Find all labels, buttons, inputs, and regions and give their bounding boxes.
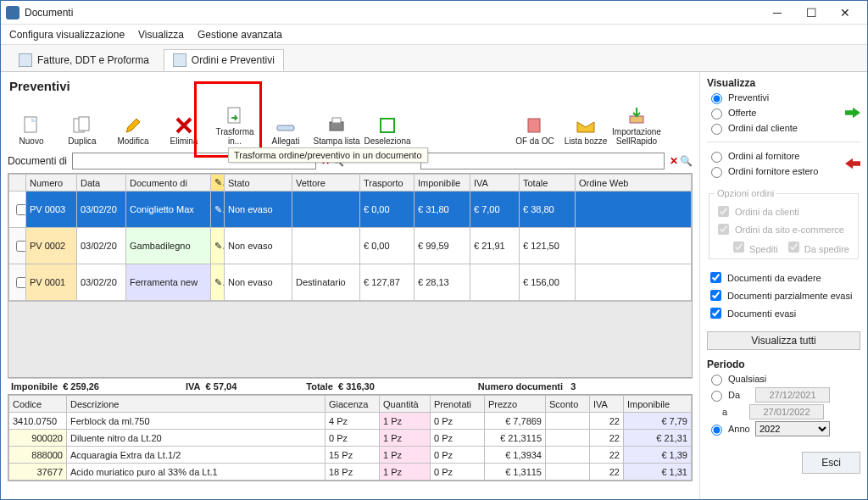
menu-visualizza[interactable]: Visualizza	[138, 29, 184, 41]
col-web[interactable]: Ordine Web	[576, 175, 692, 192]
chk-parz-evasi[interactable]	[710, 290, 721, 301]
table-row[interactable]: 900020 Diluente nitro da Lt.20 0 Pz 1 Pz…	[9, 430, 692, 447]
col-vettore[interactable]: Vettore	[292, 175, 360, 192]
col-iva[interactable]: IVA	[470, 175, 520, 192]
esci-button[interactable]: Esci	[802, 452, 860, 474]
col[interactable]: Quantità	[380, 396, 431, 413]
edit-icon[interactable]: ✎	[211, 264, 225, 301]
radio-offerte[interactable]	[711, 108, 722, 119]
row-checkbox[interactable]	[16, 277, 26, 288]
col[interactable]: Prezzo	[485, 396, 546, 413]
cell	[546, 464, 590, 481]
edit-icon[interactable]: ✎	[211, 228, 225, 264]
col-imponibile[interactable]: Imponibile	[415, 175, 470, 192]
search-label: Documenti di	[8, 155, 67, 167]
cell: 37677	[9, 464, 67, 481]
nuovo-button[interactable]: Nuovo	[8, 97, 55, 147]
deseleziona-button[interactable]: Deseleziona	[364, 97, 411, 147]
table-row[interactable]: 888000 Acquaragia Extra da Lt.1/2 15 Pz …	[9, 447, 692, 464]
printer-icon	[325, 115, 348, 136]
importazione-button[interactable]: Importazione SellRapido	[613, 97, 660, 147]
menu-gestione[interactable]: Gestione avanzata	[198, 29, 282, 41]
svg-rect-4	[277, 125, 294, 131]
maximize-button[interactable]: ☐	[794, 3, 828, 23]
radio-ordini-fornitore-estero[interactable]	[711, 167, 722, 178]
col-cliente[interactable]: Documento di	[126, 175, 211, 192]
table-row[interactable]: PV 0002 03/02/20 Gambadilegno ✎ Non evas…	[9, 228, 692, 264]
col-totale[interactable]: Totale	[520, 175, 576, 192]
cell: € 1,3115	[485, 464, 546, 481]
col[interactable]: Descrizione	[67, 396, 326, 413]
row-checkbox[interactable]	[16, 241, 26, 252]
row-checkbox[interactable]	[16, 204, 26, 215]
modifica-button[interactable]: Modifica	[109, 97, 157, 147]
new-document-icon	[19, 115, 43, 136]
chk-da-evadere[interactable]	[710, 272, 721, 283]
cell: 03/02/20	[77, 192, 126, 228]
table-row[interactable]: 37677 Acido muriatico puro al 33% da Lt.…	[9, 464, 692, 481]
col[interactable]: Prenotati	[431, 396, 485, 413]
radio-preventivi[interactable]	[711, 93, 722, 104]
minimize-button[interactable]: ─	[760, 3, 794, 23]
col[interactable]: Codice	[9, 396, 67, 413]
ofdaoc-button[interactable]: OF da OC	[511, 97, 559, 147]
col[interactable]: Imponibile	[624, 396, 692, 413]
radio-anno[interactable]	[711, 425, 722, 436]
cell: € 127,87	[360, 264, 415, 301]
cell: 18 Pz	[326, 464, 380, 481]
radio-ordini-cliente[interactable]	[711, 124, 722, 135]
tool-label: Lista bozze	[565, 137, 608, 147]
tab-ordini[interactable]: Ordini e Preventivi	[164, 49, 284, 71]
tab-fatture[interactable]: Fatture, DDT e Proforma	[9, 49, 159, 71]
radio-label: Qualsiasi	[728, 374, 766, 384]
listabozze-button[interactable]: Lista bozze	[562, 97, 609, 147]
col-stato[interactable]: Stato	[225, 175, 292, 192]
elimina-button[interactable]: Elimina	[160, 97, 208, 147]
radio-label: Ordini dal cliente	[728, 123, 798, 133]
cell: € 7,79	[624, 413, 692, 430]
cell: 22	[590, 464, 624, 481]
visualizza-tutti-button[interactable]: Visualizza tutti	[707, 331, 860, 350]
duplica-button[interactable]: Duplica	[58, 97, 106, 147]
edit-icon[interactable]: ✎	[211, 192, 225, 228]
clear-icon[interactable]: ✕	[670, 155, 678, 167]
col-edit[interactable]: ✎	[211, 175, 225, 192]
table-row[interactable]: PV 0003 03/02/20 Coniglietto Max ✎ Non e…	[9, 192, 692, 228]
cell: € 99,59	[415, 228, 470, 264]
stampa-button[interactable]: Stampa lista	[313, 97, 360, 147]
search-icon[interactable]: 🔍	[680, 155, 693, 167]
tab-label: Ordini e Preventivi	[192, 54, 275, 66]
col[interactable]: IVA	[590, 396, 624, 413]
chk-evasi[interactable]	[710, 308, 721, 319]
cell: 03/02/20	[77, 228, 126, 264]
cell: 03/02/20	[77, 264, 126, 301]
attachment-icon	[274, 115, 298, 136]
table-row[interactable]: 3410.0750 Ferblock da ml.750 4 Pz 1 Pz 0…	[9, 413, 692, 430]
menu-configura[interactable]: Configura visualizzazione	[9, 29, 125, 41]
ricerca-veloce-input[interactable]	[420, 153, 665, 169]
cell: 0 Pz	[431, 413, 485, 430]
cell	[576, 192, 692, 228]
cell	[546, 430, 590, 447]
document-icon	[19, 53, 32, 67]
radio-da[interactable]	[711, 391, 722, 402]
anno-select[interactable]: 2022	[755, 421, 830, 436]
cell: Non evaso	[225, 264, 292, 301]
cell: € 0,00	[360, 228, 415, 264]
chk-label: Documenti da evadere	[727, 273, 821, 283]
trasforma-button[interactable]: Trasforma in...	[211, 97, 259, 147]
col-check[interactable]	[9, 175, 26, 192]
col-trasporto[interactable]: Trasporto	[360, 175, 415, 192]
close-button[interactable]: ✕	[828, 3, 862, 23]
tool-label: Allegati	[272, 137, 300, 147]
radio-ordini-fornitore[interactable]	[711, 152, 722, 163]
col[interactable]: Sconto	[546, 396, 590, 413]
col-numero[interactable]: Numero	[26, 175, 77, 192]
cell	[292, 192, 360, 228]
col[interactable]: Giacenza	[326, 396, 380, 413]
cell: 900020	[9, 430, 67, 447]
col-data[interactable]: Data	[77, 175, 126, 192]
table-row[interactable]: PV 0001 03/02/20 Ferramenta new ✎ Non ev…	[9, 264, 692, 301]
radio-qualsiasi[interactable]	[711, 375, 722, 386]
allegati-button[interactable]: Allegati	[262, 97, 309, 147]
